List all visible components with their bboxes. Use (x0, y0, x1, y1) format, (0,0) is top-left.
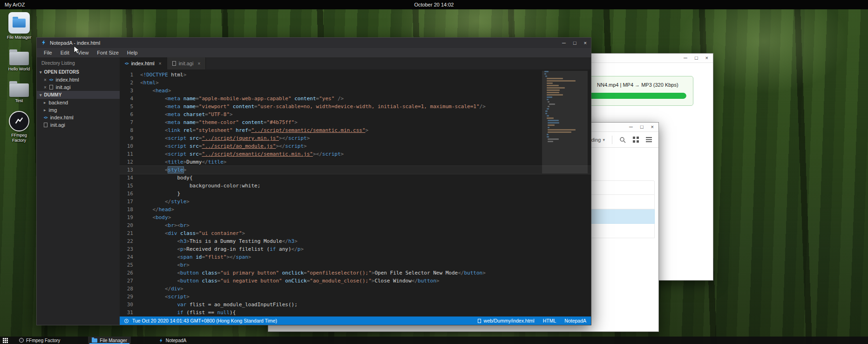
item-label: init.agi (50, 122, 65, 128)
chevron-down-icon: ▾ (603, 138, 605, 142)
sidebar-section-dummy[interactable]: ▾DUMMY (37, 91, 120, 99)
minimap[interactable] (544, 71, 585, 315)
tab-init-agi[interactable]: init.agi× (167, 57, 206, 69)
code-line[interactable]: 5 <meta name="viewport" content="user-sc… (120, 103, 591, 110)
icon-label: FFmpeg Factory (4, 133, 34, 143)
menu-help[interactable]: Help (123, 49, 142, 56)
code-line[interactable]: 13 <style> (120, 166, 591, 174)
desktop-icon-ffmpeg-factory[interactable]: FFmpeg Factory (2, 111, 36, 143)
code-line[interactable]: 24 <span id="flist"></span> (120, 253, 591, 261)
close-button[interactable]: × (584, 41, 587, 46)
desktop-icon-file-manager[interactable]: File Manager (2, 12, 36, 40)
search-icon[interactable] (619, 137, 626, 143)
line-number: 7 (120, 118, 140, 126)
code-line[interactable]: 25 <br> (120, 261, 591, 269)
close-button[interactable]: × (651, 124, 654, 130)
code-line[interactable]: 20 <br><br> (120, 221, 591, 229)
sidebar-section-open-editors[interactable]: ▾OPEN EDITORS (37, 68, 120, 76)
minimap-line (548, 138, 558, 140)
tab-index-html[interactable]: <>index.html× (120, 57, 167, 69)
code-line[interactable]: 9 <script src="../script/jquery.min.js">… (120, 134, 591, 142)
code-line[interactable]: 29 <script> (120, 293, 591, 301)
code-line[interactable]: 17 </style> (120, 198, 591, 206)
code-line[interactable]: 11 <script src="../script/semantic/seman… (120, 150, 591, 158)
statusbar-file[interactable]: web/Dummy/index.html (478, 318, 535, 323)
taskbar-item-ffmpeg-factory[interactable]: FFmpeg Factory (15, 337, 64, 344)
tab-label: index.html (131, 61, 155, 66)
maximize-button[interactable]: □ (695, 55, 698, 61)
minimap-line (544, 73, 546, 75)
menu-edit[interactable]: Edit (56, 49, 74, 56)
code-text: <meta name="apple-mobile-web-app-capable… (140, 95, 344, 103)
close-icon[interactable]: × (197, 61, 200, 66)
close-icon[interactable]: × (159, 61, 162, 66)
line-number: 25 (120, 261, 140, 269)
taskbar-item-file-manager[interactable]: File Manager (88, 337, 130, 344)
sidebar-item-backend[interactable]: ▸backend (37, 99, 120, 106)
code-line[interactable]: 8 <link rel="stylesheet" href="../script… (120, 126, 591, 134)
code-line[interactable]: 30 var flist = ao_module_loadInputFiles(… (120, 301, 591, 309)
line-number: 29 (120, 293, 140, 301)
sidebar-item-index-html[interactable]: ×<>index.html (37, 76, 120, 83)
grid-view-icon[interactable] (633, 137, 639, 143)
line-number: 9 (120, 134, 140, 142)
code-line[interactable]: 3 <head> (120, 87, 591, 95)
code-line[interactable]: 18 </head> (120, 206, 591, 213)
close-icon[interactable]: × (44, 77, 47, 83)
code-line[interactable]: 6 <meta charset="UTF-8"> (120, 110, 591, 118)
code-text: body{ (140, 174, 193, 182)
sidebar-item-index-html[interactable]: <>index.html (37, 114, 120, 121)
code-line[interactable]: 22 <h3>This is a Dummy Testing Module</h… (120, 237, 591, 245)
code-line[interactable]: 23 <p>Received drag-in filelist (if any)… (120, 245, 591, 253)
minimap-line (547, 89, 560, 91)
maximize-button[interactable]: □ (573, 41, 576, 46)
code-line[interactable]: 1<!DOCTYPE html> (120, 71, 591, 79)
code-line[interactable]: 4 <meta name="apple-mobile-web-app-capab… (120, 95, 591, 103)
sidebar-item-init-agi[interactable]: ×init.agi (37, 83, 120, 91)
code-text: <meta name="viewport" content="user-scal… (140, 103, 486, 110)
minimize-button[interactable]: ─ (562, 41, 566, 46)
code-line[interactable]: 19 <body> (120, 213, 591, 221)
desktop-icon-test[interactable]: Test (2, 80, 36, 103)
taskbar-item-label: File Manager (100, 338, 127, 343)
code-line[interactable]: 7 <meta name="theme-color" content="#4b7… (120, 118, 591, 126)
code-line[interactable]: 15 background-color:white; (120, 182, 591, 190)
menu-font-size[interactable]: Font Size (93, 49, 122, 56)
menu-file[interactable]: File (40, 49, 56, 56)
maximize-button[interactable]: □ (640, 124, 644, 130)
code-line[interactable]: 28 </div> (120, 285, 591, 293)
line-number: 22 (120, 237, 140, 245)
list-view-icon[interactable] (646, 137, 652, 143)
line-number: 31 (120, 309, 140, 316)
code-line[interactable]: 31 if (flist == null){ (120, 309, 591, 316)
close-icon[interactable]: × (44, 85, 47, 90)
code-line[interactable]: 10 <script src="../script/ao_module.js">… (120, 142, 591, 150)
line-number: 18 (120, 206, 140, 213)
desktop-icon-hello-world[interactable]: Hello World (2, 48, 36, 72)
code-editor[interactable]: 1<!DOCTYPE html>2<html>3 <head>4 <meta n… (120, 69, 591, 316)
statusbar-language[interactable]: HTML (543, 318, 556, 323)
minimap-line (548, 101, 549, 103)
sidebar-item-init-agi[interactable]: init.agi (37, 121, 120, 129)
app-grid-icon[interactable] (3, 338, 8, 343)
desktop-icons: File ManagerHello WorldTestFFmpeg Factor… (2, 12, 36, 143)
code-lines: 1<!DOCTYPE html>2<html>3 <head>4 <meta n… (120, 71, 591, 316)
minimize-button[interactable]: ─ (629, 124, 633, 130)
code-line[interactable]: 14 body{ (120, 174, 591, 182)
code-line[interactable]: 2<html> (120, 79, 591, 87)
minimize-button[interactable]: ─ (684, 55, 687, 61)
code-line[interactable]: 12 <title>Dummy</title> (120, 158, 591, 166)
grid-dot (3, 340, 4, 341)
code-line[interactable]: 26 <button class="ui primary button" onc… (120, 269, 591, 277)
notepada-titlebar[interactable]: NotepadA - index.html ─ □ × (37, 38, 591, 48)
taskbar-item-notepada[interactable]: NotepadA (155, 337, 190, 344)
code-line[interactable]: 27 <button class="ui negative button" on… (120, 277, 591, 285)
minimap-line (548, 106, 549, 107)
code-text: </style> (140, 198, 190, 206)
code-line[interactable]: 16 } (120, 190, 591, 198)
minimap-line (547, 115, 549, 117)
code-line[interactable]: 21 <div class="ui container"> (120, 229, 591, 237)
sidebar-item-img[interactable]: ▸img (37, 106, 120, 114)
close-button[interactable]: × (705, 55, 708, 61)
item-label: backend (49, 100, 68, 105)
